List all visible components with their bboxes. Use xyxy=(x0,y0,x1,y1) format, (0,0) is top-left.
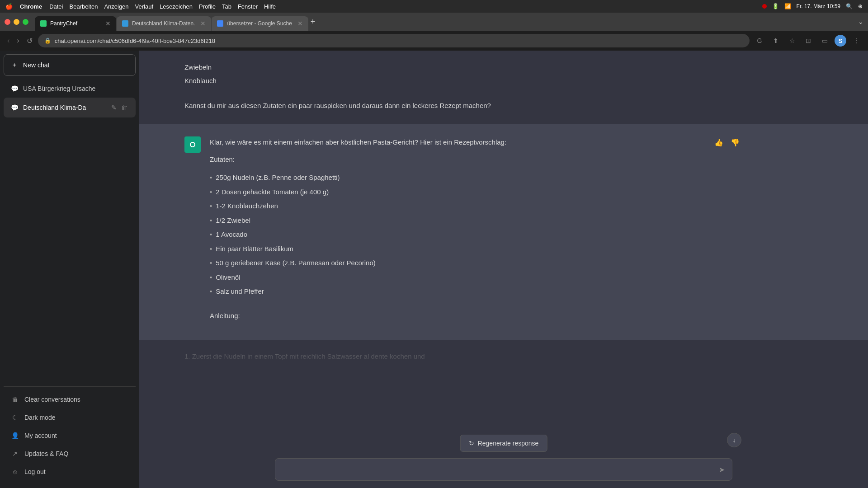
app-content: ＋ New chat 💬 USA Bürgerkrieg Ursache 💬 D… xyxy=(0,51,868,488)
ingredient-4: 1 Avocado xyxy=(210,227,732,242)
menu-datei[interactable]: Datei xyxy=(49,3,63,10)
chat-icon-de: 💬 xyxy=(11,104,19,111)
chrome-menu-icon[interactable]: ⋮ xyxy=(850,34,863,47)
updates-faq-item[interactable]: ↗ Updates & FAQ xyxy=(4,445,136,463)
tab-pantry[interactable]: PantryChef ✕ xyxy=(35,16,116,31)
minimize-window-button[interactable] xyxy=(14,19,19,25)
delete-chat-button[interactable]: 🗑 xyxy=(120,103,128,112)
new-tab-button[interactable]: + xyxy=(309,15,317,28)
ai-feedback-icons: 👍 👎 xyxy=(712,136,741,149)
reload-button[interactable]: ↺ xyxy=(25,35,34,47)
chrome-omnibar: ‹ › ↺ 🔒 chat.openai.com/chat/c506dfd6-4f… xyxy=(0,31,868,51)
menu-lesezeichen[interactable]: Lesezeichen xyxy=(160,3,193,10)
chat-messages: Zwiebeln Knoblauch Kannst du mir aus die… xyxy=(139,51,868,453)
my-account-item[interactable]: 👤 My account xyxy=(4,427,136,445)
msg-question: Kannst du mir aus diesen Zutaten ein paa… xyxy=(184,100,732,112)
clear-icon: 🗑 xyxy=(11,396,19,403)
chat-item-actions: ✎ 🗑 xyxy=(110,103,128,112)
ai-message-inner: Klar, wie wäre es mit einem einfachen ab… xyxy=(184,136,732,327)
chat-title-usa: USA Bürgerkrieg Ursache xyxy=(23,85,128,92)
url-text: chat.openai.com/chat/c506dfd6-4f9a-40ff-… xyxy=(55,38,743,44)
forward-button[interactable]: › xyxy=(15,35,21,47)
ai-message: Klar, wie wäre es mit einem einfachen ab… xyxy=(139,124,868,340)
chat-input[interactable] xyxy=(283,464,713,475)
tab-de[interactable]: Deutschland Klima-Daten. ✕ xyxy=(117,16,211,31)
menu-tab[interactable]: Tab xyxy=(222,3,231,10)
ai-intro: Klar, wie wäre es mit einem einfachen ab… xyxy=(210,136,732,148)
datetime: Fr. 17. März 10:59 xyxy=(797,3,840,9)
menu-anzeigen[interactable]: Anzeigen xyxy=(104,3,128,10)
back-button[interactable]: ‹ xyxy=(5,35,11,47)
chrome-titlebar: PantryChef ✕ Deutschland Klima-Daten. ✕ … xyxy=(0,13,868,31)
menu-bearbeiten[interactable]: Bearbeiten xyxy=(69,3,98,10)
menu-profile[interactable]: Profile xyxy=(199,3,216,10)
tab-favicon-pantry xyxy=(40,20,47,27)
chrome-window: PantryChef ✕ Deutschland Klima-Daten. ✕ … xyxy=(0,13,868,488)
regenerate-button[interactable]: ↻ Regenerate response xyxy=(460,435,547,452)
scroll-to-bottom-button[interactable]: ↓ xyxy=(727,433,741,447)
regenerate-icon: ↻ xyxy=(469,440,474,447)
tab-close-de[interactable]: ✕ xyxy=(200,20,206,27)
new-chat-button[interactable]: ＋ New chat xyxy=(4,54,136,76)
ingredient-7: Olivenöl xyxy=(210,270,732,285)
partial-message: 1. Zuerst die Nudeln in einem Topf mit r… xyxy=(139,340,868,368)
ai-content: Klar, wie wäre es mit einem einfachen ab… xyxy=(210,136,732,327)
share-icon[interactable]: ⬆ xyxy=(769,34,782,47)
dark-mode-item[interactable]: ☾ Dark mode xyxy=(4,408,136,427)
thumbs-down-button[interactable]: 👎 xyxy=(729,136,741,149)
ingredient-2: 1-2 Knoblauchzehen xyxy=(210,199,732,213)
ingredient-1: 2 Dosen gehackte Tomaten (je 400 g) xyxy=(210,185,732,199)
chrome-tabs: PantryChef ✕ Deutschland Klima-Daten. ✕ … xyxy=(35,13,854,31)
close-window-button[interactable] xyxy=(5,19,10,25)
apple-menu-icon[interactable]: 🍎 xyxy=(5,3,13,10)
tab-close-pantry[interactable]: ✕ xyxy=(105,20,111,27)
edit-chat-button[interactable]: ✎ xyxy=(110,103,118,112)
menubar-right: 🔋 📶 Fr. 17. März 10:59 🔍 ⊕ xyxy=(762,3,863,9)
ai-ingredients-list: 250g Nudeln (z.B. Penne oder Spaghetti) … xyxy=(210,170,732,299)
tab-favicon-translate xyxy=(217,20,223,27)
sidebar-item-usa[interactable]: 💬 USA Bürgerkrieg Ursache xyxy=(4,80,136,98)
google-icon[interactable]: G xyxy=(753,34,766,47)
menu-verlauf[interactable]: Verlauf xyxy=(135,3,153,10)
updates-icon: ↗ xyxy=(11,450,19,457)
search-icon[interactable]: 🔍 xyxy=(846,3,853,9)
my-account-label: My account xyxy=(24,432,57,439)
tab-extend-icon[interactable]: ⌄ xyxy=(858,18,863,25)
profile-avatar[interactable]: S xyxy=(835,35,846,47)
sidebar-toggle-icon[interactable]: ▭ xyxy=(818,34,831,47)
ai-avatar xyxy=(184,136,201,153)
msg-knoblauch: Knoblauch xyxy=(184,75,732,87)
omni-icons: G ⬆ ☆ ⊡ ▭ S ⋮ xyxy=(753,34,863,47)
ai-zutaten-label: Zutaten: xyxy=(210,154,732,165)
browser-name[interactable]: Chrome xyxy=(20,3,42,10)
lock-icon: 🔒 xyxy=(44,38,51,44)
tab-close-translate[interactable]: ✕ xyxy=(297,20,303,27)
msg-zwiebeln: Zwiebeln xyxy=(184,61,732,73)
menu-hilfe[interactable]: Hilfe xyxy=(264,3,276,10)
control-center-icon[interactable]: ⊕ xyxy=(858,3,863,9)
tab-translate[interactable]: übersetzer - Google Suche ✕ xyxy=(212,16,308,31)
partial-fade xyxy=(139,340,868,367)
url-bar[interactable]: 🔒 chat.openai.com/chat/c506dfd6-4f9a-40f… xyxy=(38,34,750,47)
thumbs-up-button[interactable]: 👍 xyxy=(712,136,725,149)
menu-fenster[interactable]: Fenster xyxy=(238,3,258,10)
maximize-window-button[interactable] xyxy=(23,19,28,25)
clear-conversations-item[interactable]: 🗑 Clear conversations xyxy=(4,390,136,408)
updates-faq-label: Updates & FAQ xyxy=(24,450,68,457)
tab-title-pantry: PantryChef xyxy=(50,20,100,27)
macos-menubar: 🍎 Chrome Datei Bearbeiten Anzeigen Verla… xyxy=(0,0,868,13)
send-button[interactable]: ➤ xyxy=(719,465,725,474)
battery-icon: 🔋 xyxy=(772,3,779,9)
recording-icon xyxy=(762,4,767,9)
tab-title-de: Deutschland Klima-Daten. xyxy=(132,20,195,27)
wifi-icon: 📶 xyxy=(784,3,791,9)
sidebar-item-deutschland[interactable]: 💬 Deutschland Klima-Da ✎ 🗑 xyxy=(4,98,136,117)
input-box: ➤ xyxy=(275,458,732,481)
bookmark-icon[interactable]: ☆ xyxy=(786,34,798,47)
extension-icon[interactable]: ⊡ xyxy=(802,34,815,47)
sidebar-bottom: 🗑 Clear conversations ☾ Dark mode 👤 My a… xyxy=(4,383,136,484)
ingredient-5: Ein paar Blätter Basilikum xyxy=(210,242,732,256)
dark-mode-icon: ☾ xyxy=(11,414,19,421)
main-content: Zwiebeln Knoblauch Kannst du mir aus die… xyxy=(139,51,868,488)
log-out-item[interactable]: ⎋ Log out xyxy=(4,463,136,481)
